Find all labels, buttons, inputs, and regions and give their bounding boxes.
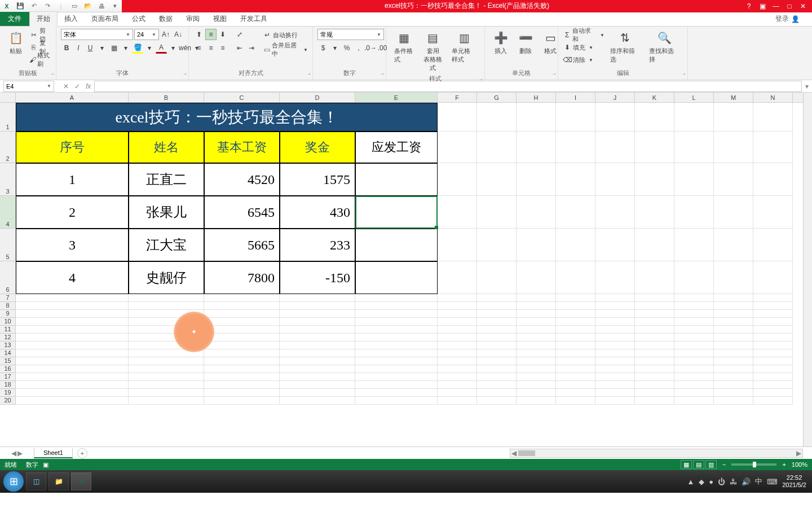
cell[interactable] — [16, 326, 129, 334]
underline-more[interactable]: ▾ — [96, 42, 108, 54]
cell[interactable] — [280, 389, 355, 397]
col-header-N[interactable]: N — [753, 93, 793, 102]
cell[interactable] — [280, 357, 355, 365]
cancel-formula-icon[interactable]: ✕ — [61, 82, 71, 90]
cell[interactable] — [714, 163, 753, 196]
cell[interactable] — [16, 357, 129, 365]
cell[interactable] — [674, 310, 714, 318]
cell[interactable] — [753, 310, 793, 318]
cell[interactable] — [477, 103, 517, 132]
cell[interactable] — [517, 397, 556, 405]
cell[interactable] — [714, 103, 753, 132]
data-cell[interactable] — [355, 196, 438, 229]
cell[interactable] — [438, 318, 477, 326]
fill-button[interactable]: ⬇填充▼ — [563, 41, 604, 54]
tab-formulas[interactable]: 公式 — [125, 12, 152, 26]
cell[interactable] — [438, 302, 477, 310]
cell[interactable] — [674, 365, 714, 373]
border-button[interactable]: ▦ — [108, 42, 120, 54]
cell[interactable] — [674, 389, 714, 397]
cell[interactable] — [635, 103, 674, 132]
grow-font-button[interactable]: A↑ — [160, 29, 171, 40]
find-button[interactable]: 🔍查找和选择 — [646, 29, 683, 65]
tab-view[interactable]: 视图 — [206, 12, 233, 26]
header-name[interactable]: 姓名 — [129, 132, 204, 163]
cell[interactable] — [16, 381, 129, 389]
cell[interactable] — [714, 326, 753, 334]
cell[interactable] — [438, 389, 477, 397]
cell[interactable] — [595, 326, 635, 334]
bold-button[interactable]: B — [61, 42, 72, 54]
cell[interactable] — [635, 365, 674, 373]
cell[interactable] — [280, 341, 355, 349]
cell[interactable] — [16, 373, 129, 381]
cell[interactable] — [635, 389, 674, 397]
cell[interactable] — [635, 397, 674, 405]
cell[interactable] — [714, 132, 753, 163]
number-format-combo[interactable]: 常规▼ — [317, 29, 384, 40]
font-color-more[interactable]: ▾ — [167, 42, 179, 54]
cell[interactable] — [556, 103, 595, 132]
cell[interactable] — [477, 132, 517, 163]
open-icon[interactable]: 📂 — [83, 1, 93, 11]
cell[interactable] — [477, 318, 517, 326]
data-cell[interactable]: 7800 — [204, 261, 280, 294]
row-header-13[interactable]: 13 — [0, 341, 15, 349]
cell[interactable] — [635, 318, 674, 326]
col-header-D[interactable]: D — [280, 93, 355, 102]
cell[interactable] — [674, 318, 714, 326]
save-icon[interactable]: 💾 — [15, 1, 25, 11]
cell[interactable] — [674, 163, 714, 196]
col-header-B[interactable]: B — [129, 93, 204, 102]
cell[interactable] — [595, 357, 635, 365]
horizontal-scrollbar[interactable]: ◀▶ — [510, 449, 803, 458]
scroll-left-icon[interactable]: ◀ — [511, 449, 517, 457]
cell[interactable] — [556, 389, 595, 397]
nav-next-icon[interactable]: ▶ — [17, 449, 23, 457]
cell[interactable] — [280, 326, 355, 334]
data-cell[interactable]: 4520 — [204, 163, 280, 196]
cell[interactable] — [556, 196, 595, 229]
cell[interactable] — [355, 334, 438, 341]
cell[interactable] — [595, 196, 635, 229]
cell[interactable] — [204, 341, 280, 349]
cell[interactable] — [674, 373, 714, 381]
cell[interactable] — [753, 302, 793, 310]
print-icon[interactable]: 🖶 — [96, 1, 107, 11]
cell[interactable] — [280, 365, 355, 373]
cell[interactable] — [753, 103, 793, 132]
data-cell[interactable]: 2 — [16, 196, 129, 229]
cell[interactable] — [714, 310, 753, 318]
cell[interactable] — [204, 318, 280, 326]
row-header-5[interactable]: 5 — [0, 229, 15, 261]
cell[interactable] — [16, 349, 129, 357]
cell[interactable] — [714, 302, 753, 310]
tray-ime-icon[interactable]: ⌨ — [767, 478, 778, 486]
cell[interactable] — [595, 397, 635, 405]
expand-formula-icon[interactable]: ▾ — [805, 82, 809, 90]
taskbar-clock[interactable]: 22:52 2021/5/2 — [782, 474, 809, 489]
cell[interactable] — [438, 397, 477, 405]
tab-review[interactable]: 审阅 — [179, 12, 206, 26]
cell[interactable] — [635, 326, 674, 334]
cell[interactable] — [517, 373, 556, 381]
cell[interactable] — [753, 163, 793, 196]
tab-home[interactable]: 开始 — [29, 11, 58, 27]
zoom-in-button[interactable]: + — [782, 461, 785, 468]
row-header-18[interactable]: 18 — [0, 381, 15, 389]
cell[interactable] — [556, 357, 595, 365]
align-bottom-button[interactable]: ⬇ — [217, 29, 228, 40]
cell[interactable] — [129, 373, 204, 381]
cell[interactable] — [129, 349, 204, 357]
fx-icon[interactable]: fx — [86, 82, 91, 90]
cell[interactable] — [477, 229, 517, 261]
row-header-12[interactable]: 12 — [0, 334, 15, 341]
cell[interactable] — [438, 357, 477, 365]
cell[interactable] — [556, 373, 595, 381]
cell[interactable] — [714, 397, 753, 405]
dec-inc-button[interactable]: .0→ — [365, 42, 376, 54]
data-cell[interactable]: -150 — [280, 261, 355, 294]
cell[interactable] — [635, 341, 674, 349]
cell[interactable] — [477, 365, 517, 373]
border-more[interactable]: ▾ — [120, 42, 131, 54]
